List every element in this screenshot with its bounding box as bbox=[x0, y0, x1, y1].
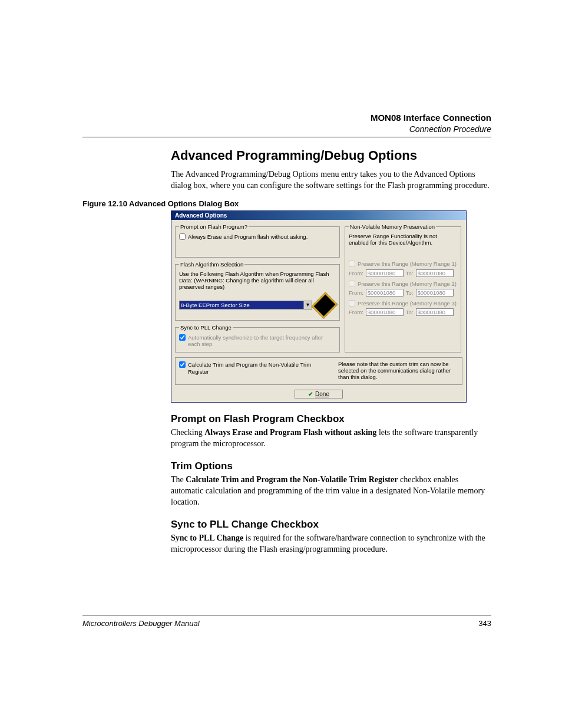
calc-trim-checkbox[interactable] bbox=[179, 361, 186, 368]
chapter-title: MON08 Interface Connection bbox=[82, 112, 491, 124]
footer-manual-name: Microcontrollers Debugger Manual bbox=[82, 619, 200, 628]
preserve-range2-checkbox[interactable] bbox=[349, 281, 355, 287]
algorithm-select[interactable]: 8-Byte EEProm Sector Size ▾ bbox=[179, 301, 312, 309]
preserve-range1-label: Preserve this Range (Memory Range 1) bbox=[358, 261, 457, 267]
algo-description: Use the Following Flash Algorithm when P… bbox=[179, 271, 336, 291]
chevron-down-icon: ▾ bbox=[303, 301, 312, 309]
subheading-prompt: Prompt on Flash Program Checkbox bbox=[171, 413, 491, 425]
nvmp-desc: Preserve Range Functionality is not enab… bbox=[349, 233, 457, 246]
preserve-range3-checkbox[interactable] bbox=[349, 300, 355, 307]
range3-to-label: To: bbox=[406, 309, 414, 315]
prompt-legend: Prompt on Flash Program? bbox=[179, 223, 249, 230]
preserve-range2-label: Preserve this Range (Memory Range 2) bbox=[358, 281, 457, 287]
sync-pll-group: Sync to PLL Change Automatically synchro… bbox=[175, 324, 340, 353]
sync-label: Automatically synchronize to the target … bbox=[188, 334, 336, 348]
range1-to-input[interactable] bbox=[416, 269, 454, 277]
page-number: 343 bbox=[478, 619, 491, 628]
subheading-sync: Sync to PLL Change Checkbox bbox=[171, 519, 491, 531]
trim-row: Calculate Trim and Program the Non-Volat… bbox=[175, 357, 462, 385]
range2-from-label: From: bbox=[349, 289, 363, 296]
range1-from-input[interactable] bbox=[366, 269, 404, 277]
algorithm-selected-value: 8-Byte EEProm Sector Size bbox=[181, 302, 250, 308]
sync-checkbox[interactable] bbox=[179, 334, 186, 341]
check-icon: ✔ bbox=[308, 391, 313, 397]
always-erase-checkbox[interactable] bbox=[179, 233, 186, 240]
done-label: Done bbox=[315, 391, 329, 397]
range2-to-label: To: bbox=[406, 289, 414, 296]
figure-caption: Figure 12.10 Advanced Options Dialog Box bbox=[82, 199, 491, 208]
range2-to-input[interactable] bbox=[416, 289, 454, 297]
done-button[interactable]: ✔ Done bbox=[295, 390, 343, 398]
footer-rule bbox=[82, 615, 491, 615]
nvmp-legend: Non-Volatile Memory Preservation bbox=[349, 223, 436, 230]
advanced-options-dialog: Advanced Options Prompt on Flash Program… bbox=[171, 210, 467, 403]
range3-to-input[interactable] bbox=[416, 308, 454, 316]
paragraph-prompt: Checking Always Erase and Program Flash … bbox=[171, 427, 491, 450]
range2-from-input[interactable] bbox=[366, 289, 404, 297]
dialog-titlebar: Advanced Options bbox=[171, 211, 466, 220]
chapter-subtitle: Connection Procedure bbox=[82, 124, 491, 134]
sync-legend: Sync to PLL Change bbox=[179, 324, 233, 331]
preserve-range1-checkbox[interactable] bbox=[349, 261, 355, 267]
calc-trim-label: Calculate Trim and Program the Non-Volat… bbox=[188, 361, 332, 375]
range3-from-label: From: bbox=[349, 309, 363, 315]
header-rule bbox=[82, 137, 491, 137]
range1-to-label: To: bbox=[406, 270, 414, 276]
range1-from-label: From: bbox=[349, 270, 363, 276]
preserve-range3-label: Preserve this Range (Memory Range 3) bbox=[358, 300, 457, 307]
flash-algorithm-group: Flash Algorithm Selection Use the Follow… bbox=[175, 261, 340, 321]
range3-from-input[interactable] bbox=[366, 308, 404, 316]
always-erase-label: Always Erase and Program flash without a… bbox=[188, 233, 308, 240]
paragraph-trim: The Calculate Trim and Program the Non-V… bbox=[171, 475, 491, 508]
subheading-trim: Trim Options bbox=[171, 460, 491, 472]
prompt-on-flash-group: Prompt on Flash Program? Always Erase an… bbox=[175, 223, 340, 257]
section-heading: Advanced Programming/Debug Options bbox=[171, 148, 491, 163]
paragraph-sync: Sync to PLL Change is required for the s… bbox=[171, 533, 491, 555]
algo-legend: Flash Algorithm Selection bbox=[179, 261, 244, 268]
chip-icon bbox=[311, 292, 338, 318]
intro-paragraph: The Advanced Programming/Debug Options m… bbox=[171, 169, 491, 192]
trim-note: Please note that the custom trim can now… bbox=[338, 361, 458, 381]
nvmp-group: Non-Volatile Memory Preservation Preserv… bbox=[345, 223, 461, 353]
